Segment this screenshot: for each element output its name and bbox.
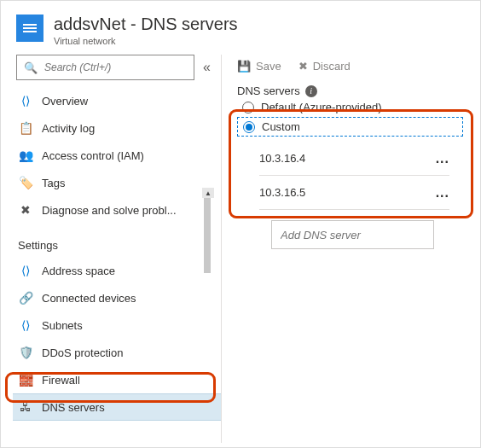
sidebar-item-overview[interactable]: ⟨⟩ Overview: [13, 87, 221, 114]
radio-default[interactable]: Default (Azure-provided): [237, 97, 480, 117]
page-subtitle: Virtual network: [54, 36, 238, 46]
access-icon: 👥: [18, 148, 33, 162]
radio-label: Custom: [262, 120, 300, 133]
diagnose-icon: ✖︎: [18, 203, 33, 217]
toolbar: 💾 Save ✖ Discard: [237, 60, 480, 84]
scrollbar[interactable]: [204, 198, 211, 273]
dns-server-row: 10.3.16.5 ...: [259, 176, 449, 210]
connected-icon: 🔗: [18, 291, 33, 305]
log-icon: 📋: [18, 121, 33, 135]
save-button[interactable]: 💾 Save: [237, 60, 281, 73]
dns-section-label: DNS servers i: [237, 84, 480, 97]
sidebar-item-address-space[interactable]: ⟨⟩ Address space: [13, 257, 221, 284]
dns-server-value: 10.3.16.5: [259, 186, 305, 199]
sidebar-item-label: Overview: [42, 95, 88, 108]
save-icon: 💾: [237, 60, 251, 73]
subnets-icon: ⟨⟩: [18, 318, 33, 332]
scroll-up-icon[interactable]: ▲: [202, 188, 214, 198]
sidebar-item-label: Access control (IAM): [42, 149, 144, 162]
sidebar-item-activity-log[interactable]: 📋 Activity log: [13, 114, 221, 142]
dns-icon: 🖧: [18, 400, 33, 414]
sidebar-item-diagnose[interactable]: ✖︎ Diagnose and solve probl...: [13, 196, 221, 224]
sidebar-item-subnets[interactable]: ⟨⟩ Subnets: [13, 311, 221, 339]
sidebar-item-label: Connected devices: [42, 292, 136, 305]
radio-label: Default (Azure-provided): [261, 101, 382, 113]
settings-header: Settings: [13, 224, 221, 257]
address-icon: ⟨⟩: [18, 264, 33, 277]
sidebar-item-dns-servers[interactable]: 🖧 DNS servers: [13, 393, 221, 421]
save-label: Save: [256, 60, 281, 73]
firewall-icon: 🧱: [18, 373, 33, 387]
search-input[interactable]: 🔍: [16, 55, 194, 80]
radio-custom[interactable]: Custom: [237, 117, 463, 137]
dns-server-value: 10.3.16.4: [259, 152, 305, 165]
sidebar-item-label: Tags: [42, 177, 65, 189]
nav-list: ▲ ⟨⟩ Overview 📋 Activity log 👥 Access co…: [1, 87, 221, 421]
dns-server-list: 10.3.16.4 ... 10.3.16.5 ...: [237, 137, 480, 215]
sidebar-item-ddos[interactable]: 🛡️ DDoS protection: [13, 339, 221, 366]
sidebar-item-firewall[interactable]: 🧱 Firewall: [13, 366, 221, 393]
sidebar-item-label: Subnets: [42, 319, 83, 332]
main-panel: 💾 Save ✖ Discard DNS servers i Default (…: [221, 55, 480, 443]
page-title: addsvNet - DNS servers: [54, 13, 238, 34]
row-more-icon[interactable]: ...: [436, 151, 449, 166]
sidebar-item-label: DNS servers: [42, 401, 105, 414]
search-icon: 🔍: [24, 61, 38, 74]
sidebar-item-label: Diagnose and solve probl...: [42, 204, 177, 217]
radio-icon: [243, 121, 255, 133]
discard-icon: ✖: [298, 60, 308, 73]
dns-server-row: 10.3.16.4 ...: [259, 142, 449, 176]
blade-header: addsvNet - DNS servers Virtual network: [1, 1, 480, 55]
sidebar-item-label: Address space: [42, 265, 115, 277]
row-more-icon[interactable]: ...: [436, 185, 449, 201]
sidebar-item-access-control[interactable]: 👥 Access control (IAM): [13, 142, 221, 169]
search-field[interactable]: [43, 61, 187, 74]
collapse-icon[interactable]: «: [203, 60, 211, 75]
radio-icon: [242, 102, 254, 113]
sidebar-item-label: Firewall: [42, 374, 80, 387]
ddos-icon: 🛡️: [18, 346, 33, 359]
discard-label: Discard: [313, 60, 351, 73]
add-dns-input[interactable]: [271, 220, 434, 249]
virtual-network-icon: [16, 15, 43, 42]
sidebar-item-label: Activity log: [42, 122, 95, 135]
sidebar: 🔍 « ▲ ⟨⟩ Overview 📋 Activity log 👥 Acces…: [1, 55, 221, 443]
discard-button[interactable]: ✖ Discard: [298, 60, 351, 73]
sidebar-item-connected-devices[interactable]: 🔗 Connected devices: [13, 284, 221, 311]
info-icon[interactable]: i: [305, 85, 317, 97]
tags-icon: 🏷️: [18, 176, 33, 189]
sidebar-item-tags[interactable]: 🏷️ Tags: [13, 169, 221, 196]
sidebar-item-label: DDoS protection: [42, 346, 123, 359]
overview-icon: ⟨⟩: [18, 94, 33, 108]
